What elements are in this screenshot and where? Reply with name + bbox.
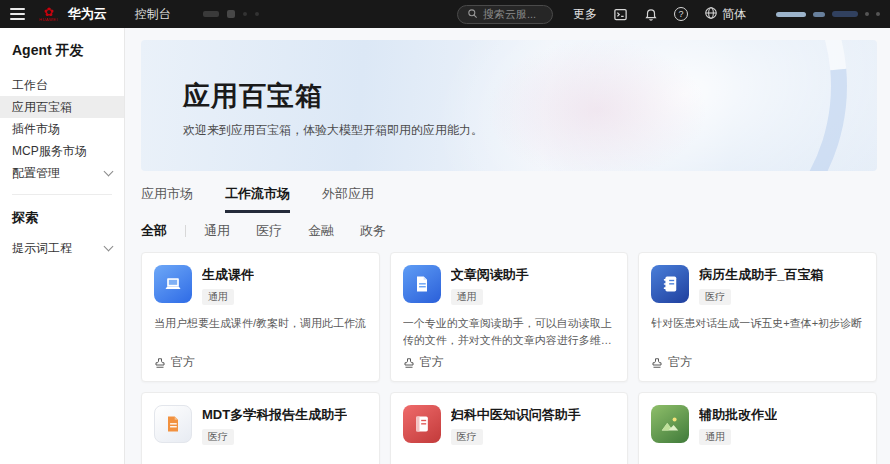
card-category-tag: 医疗 xyxy=(451,429,483,445)
banner-decoration xyxy=(487,40,707,171)
card-category-tag: 通用 xyxy=(699,429,731,445)
app-card[interactable]: 生成课件 通用 当用户想要生成课件/教案时，调用此工作流 官方 xyxy=(141,252,380,382)
category-filters: 全部 通用 医疗 金融 政务 xyxy=(141,222,877,240)
card-title: MDT多学科报告生成助手 xyxy=(202,406,347,424)
official-badge: 官方 xyxy=(403,354,444,371)
menu-icon[interactable] xyxy=(10,8,25,20)
sidebar-title: Agent 开发 xyxy=(0,36,124,74)
stamp-icon xyxy=(154,357,166,369)
card-category-tag: 医疗 xyxy=(202,429,234,445)
tab-external-apps[interactable]: 外部应用 xyxy=(322,185,374,213)
courseware-app-icon xyxy=(154,265,192,303)
brand-name: 华为云 xyxy=(68,5,107,23)
app-card[interactable]: 病历生成助手_百宝箱 医疗 针对医患对话生成一诉五史+查体+初步诊断 官方 xyxy=(638,252,877,382)
app-card-grid: 生成课件 通用 当用户想要生成课件/教案时，调用此工作流 官方 文章阅读助手 xyxy=(141,252,877,464)
language-selector[interactable]: 简体 xyxy=(704,6,746,23)
topbar-decoration xyxy=(203,10,259,18)
card-title: 辅助批改作业 xyxy=(699,406,777,424)
medical-record-app-icon xyxy=(651,265,689,303)
huawei-logo: ✿ HUAWEI xyxy=(39,6,58,22)
filter-all[interactable]: 全部 xyxy=(141,222,167,240)
sidebar-item-prompt-engineering[interactable]: 提示词工程 xyxy=(0,237,124,259)
chevron-down-icon xyxy=(104,167,114,177)
article-reader-app-icon xyxy=(403,265,441,303)
terminal-icon[interactable] xyxy=(613,7,628,22)
sidebar-item-app-treasure-box[interactable]: 应用百宝箱 xyxy=(0,96,124,118)
filter-finance[interactable]: 金融 xyxy=(308,222,334,240)
search-icon xyxy=(467,5,478,23)
card-category-tag: 通用 xyxy=(451,289,483,305)
help-icon[interactable]: ? xyxy=(674,7,688,21)
search-input[interactable] xyxy=(483,8,543,20)
sidebar-divider xyxy=(12,194,112,195)
search-box[interactable] xyxy=(457,5,553,24)
sidebar-section-explore: 探索 xyxy=(0,205,124,237)
topbar: ✿ HUAWEI 华为云 控制台 更多 ? 简体 xyxy=(0,0,890,28)
sidebar-item-config-management[interactable]: 配置管理 xyxy=(0,162,124,184)
main-content: 应用百宝箱 欢迎来到应用百宝箱，体验大模型开箱即用的应用能力。 应用市场 工作流… xyxy=(125,28,890,464)
card-title: 生成课件 xyxy=(202,266,254,284)
page-title: 应用百宝箱 xyxy=(183,78,323,114)
tcm-qa-app-icon xyxy=(403,405,441,443)
language-label: 简体 xyxy=(722,6,746,23)
filter-government[interactable]: 政务 xyxy=(360,222,386,240)
chevron-down-icon xyxy=(104,242,114,252)
tab-workflow-market[interactable]: 工作流市场 xyxy=(225,185,290,213)
console-link[interactable]: 控制台 xyxy=(135,6,171,23)
homework-grading-app-icon xyxy=(651,405,689,443)
card-description: 当用户想要生成课件/教案时，调用此工作流 xyxy=(154,315,367,332)
sidebar-item-plugin-market[interactable]: 插件市场 xyxy=(0,118,124,140)
filter-general[interactable]: 通用 xyxy=(204,222,230,240)
app-card[interactable]: MDT多学科报告生成助手 医疗 xyxy=(141,392,380,464)
more-menu[interactable]: 更多 xyxy=(573,6,597,23)
app-card[interactable]: 文章阅读助手 通用 一个专业的文章阅读助手，可以自动读取上传的文件，并对文件的文… xyxy=(390,252,629,382)
notifications-bell-icon[interactable] xyxy=(644,7,658,21)
app-card[interactable]: 妇科中医知识问答助手 医疗 xyxy=(390,392,629,464)
hero-banner: 应用百宝箱 欢迎来到应用百宝箱，体验大模型开箱即用的应用能力。 xyxy=(141,40,877,171)
mdt-report-app-icon xyxy=(154,405,192,443)
market-tabs: 应用市场 工作流市场 外部应用 xyxy=(141,185,877,213)
stamp-icon xyxy=(403,357,415,369)
card-description: 一个专业的文章阅读助手，可以自动读取上传的文件，并对文件的文章内容进行多维度的总… xyxy=(403,315,616,349)
card-title: 妇科中医知识问答助手 xyxy=(451,406,581,424)
filter-divider xyxy=(185,225,186,237)
page-subtitle: 欢迎来到应用百宝箱，体验大模型开箱即用的应用能力。 xyxy=(183,122,483,139)
globe-icon xyxy=(704,6,718,23)
card-description: 针对医患对话生成一诉五史+查体+初步诊断 xyxy=(651,315,864,332)
stamp-icon xyxy=(651,357,663,369)
filter-medical[interactable]: 医疗 xyxy=(256,222,282,240)
official-badge: 官方 xyxy=(154,354,195,371)
tab-app-market[interactable]: 应用市场 xyxy=(141,185,193,213)
sidebar: Agent 开发 工作台 应用百宝箱 插件市场 MCP服务市场 配置管理 探索 … xyxy=(0,28,125,464)
card-category-tag: 通用 xyxy=(202,289,234,305)
card-category-tag: 医疗 xyxy=(699,289,731,305)
card-title: 文章阅读助手 xyxy=(451,266,529,284)
official-badge: 官方 xyxy=(651,354,692,371)
account-info-redacted xyxy=(776,11,880,17)
card-title: 病历生成助手_百宝箱 xyxy=(699,266,823,284)
sidebar-item-mcp-market[interactable]: MCP服务市场 xyxy=(0,140,124,162)
sidebar-item-workbench[interactable]: 工作台 xyxy=(0,74,124,96)
app-card[interactable]: 辅助批改作业 通用 xyxy=(638,392,877,464)
